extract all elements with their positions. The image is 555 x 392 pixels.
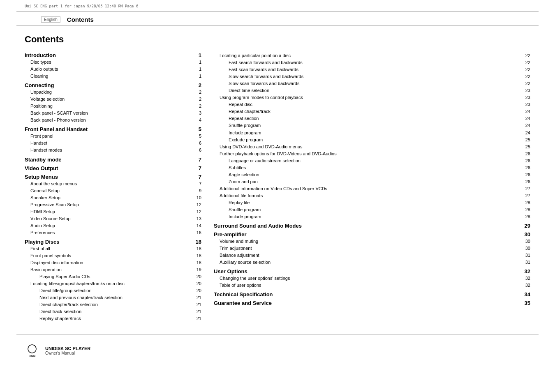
toc-item-page: 10	[193, 194, 201, 201]
toc-item-page: 7	[193, 180, 201, 187]
toc-item: Slow scan forwards and backwards22	[214, 80, 530, 87]
toc-item: Video Source Setup13	[25, 215, 201, 222]
toc-right-column: Locating a particular point on a disc22F…	[214, 52, 530, 309]
toc-item-page: 21	[193, 294, 201, 301]
bottom-rule	[16, 334, 539, 335]
toc-item: About the setup menus7	[25, 180, 201, 187]
toc-item: Angle selection26	[214, 171, 530, 178]
toc-section-header: Guarantee and Service35	[214, 300, 530, 306]
toc-section-page: 35	[520, 300, 530, 306]
toc-item-page: 27	[522, 185, 530, 192]
toc-item-label: Shuffle program	[229, 206, 261, 213]
toc-item: Shuffle program28	[214, 206, 530, 213]
toc-item-label: Displayed disc information	[30, 259, 83, 266]
toc-item: Audio outputs1	[25, 66, 201, 73]
toc-item-label: Direct chapter/track selection	[39, 301, 98, 308]
toc-item: Playing Super Audio CDs20	[25, 273, 201, 280]
toc-item: Repeat section24	[214, 115, 530, 122]
toc-section-header: Technical Specification34	[214, 291, 530, 297]
toc-section-title: Connecting	[25, 82, 54, 88]
toc-item: Auxiliary source selection31	[214, 259, 530, 266]
toc-section-header: Introduction1	[25, 52, 201, 58]
toc-item-label: Angle selection	[229, 171, 259, 178]
toc-item: Direct title/group selection20	[25, 287, 201, 294]
toc-item-label: Table of user options	[220, 282, 261, 289]
toc-item-page: 26	[522, 178, 530, 185]
toc-item-page: 24	[522, 129, 530, 136]
toc-item-page: 20	[193, 280, 201, 287]
main-content: Contents Introduction1Disc types1Audio o…	[0, 26, 555, 333]
toc-item-page: 6	[193, 140, 201, 147]
toc-item: Audio Setup14	[25, 222, 201, 229]
toc-section: Surround Sound and Audio Modes29	[214, 223, 530, 229]
toc-item-label: Auxiliary source selection	[220, 259, 271, 266]
toc-item-label: Cleaning	[30, 73, 48, 80]
toc-item-page: 24	[522, 115, 530, 122]
toc-item: Handset6	[25, 140, 201, 147]
toc-item-page: 13	[193, 215, 201, 222]
toc-item: Locating a particular point on a disc22	[214, 52, 530, 59]
toc-item-label: Balance adjustment	[220, 252, 259, 259]
toc-section-page: 29	[520, 223, 530, 229]
toc-item: Front panel5	[25, 133, 201, 140]
toc-section-page: 34	[520, 291, 530, 297]
toc-item-page: 2	[193, 96, 201, 103]
toc-item-label: Fast search forwards and backwards	[229, 59, 303, 66]
toc-item-label: Changing the user options' settings	[220, 275, 290, 282]
toc-item-label: Volume and muting	[220, 238, 258, 245]
toc-item: Repeat chapter/track24	[214, 108, 530, 115]
toc-item-label: Zoom and pan	[229, 178, 258, 185]
lang-bar: English Contents	[16, 14, 539, 26]
toc-item-page: 25	[522, 143, 530, 150]
toc-section-header: User Options32	[214, 268, 530, 274]
toc-item: Table of user options32	[214, 282, 530, 289]
svg-text:LINN: LINN	[29, 355, 35, 357]
toc-item: Slow search forwards and backwards22	[214, 73, 530, 80]
toc-item-label: Audio Setup	[30, 222, 55, 229]
toc-item: Disc types1	[25, 59, 201, 66]
svg-point-0	[28, 345, 36, 353]
toc-item-label: Additional information on Video CDs and …	[220, 185, 327, 192]
toc-item: Back panel - Phono version4	[25, 117, 201, 124]
toc-section-title: Surround Sound and Audio Modes	[214, 223, 302, 229]
toc-section: Standby mode7	[25, 157, 201, 163]
toc-item: Basic operation19	[25, 266, 201, 273]
toc-item-label: Unpacking	[30, 89, 52, 96]
language-label: English	[41, 16, 60, 23]
toc-item: Preferences16	[25, 229, 201, 236]
toc-section: User Options32Changing the user options'…	[214, 268, 530, 289]
file-info: Uni SC ENG part 1 for japan 9/28/05 12:4…	[25, 4, 138, 8]
page-heading: Contents	[25, 34, 530, 45]
toc-item: Trim adjustment30	[214, 245, 530, 252]
toc-item-page: 19	[193, 266, 201, 273]
toc-item-label: Using DVD-Video and DVD-Audio menus	[220, 143, 303, 150]
toc-section-page: 5	[191, 126, 201, 132]
toc-section-title: Setup Menus	[25, 174, 58, 180]
toc-item: Changing the user options' settings32	[214, 275, 530, 282]
toc-item-label: Additional file formats	[220, 192, 263, 199]
toc-item-label: Locating a particular point on a disc	[220, 52, 291, 59]
toc-item-page: 23	[522, 94, 530, 101]
toc-item-label: Slow search forwards and backwards	[229, 73, 303, 80]
toc-item-label: Audio outputs	[30, 66, 58, 73]
toc-item-label: Basic operation	[30, 266, 62, 273]
toc-item: HDMI Setup12	[25, 208, 201, 215]
toc-section-title: Guarantee and Service	[214, 300, 272, 306]
toc-item-page: 28	[522, 206, 530, 213]
toc-item: Exclude program25	[214, 136, 530, 143]
toc-item-page: 1	[193, 73, 201, 80]
toc-item-page: 2	[193, 103, 201, 110]
toc-section-page: 7	[191, 165, 201, 171]
toc-item-page: 4	[193, 117, 201, 124]
toc-item-label: Repeat chapter/track	[229, 108, 271, 115]
toc-section: Playing Discs18First of all18Front panel…	[25, 239, 201, 323]
toc-item-label: Preferences	[30, 229, 55, 236]
toc-section-title: Standby mode	[25, 157, 62, 163]
toc-section-header: Connecting2	[25, 82, 201, 88]
toc-item-page: 22	[522, 52, 530, 59]
toc-item-label: Slow scan forwards and backwards	[229, 80, 299, 87]
toc-section: Guarantee and Service35	[214, 300, 530, 306]
toc-item-label: Front panel	[30, 133, 53, 140]
toc-item: Subtitles26	[214, 164, 530, 171]
top-meta: Uni SC ENG part 1 for japan 9/28/05 12:4…	[0, 0, 555, 10]
